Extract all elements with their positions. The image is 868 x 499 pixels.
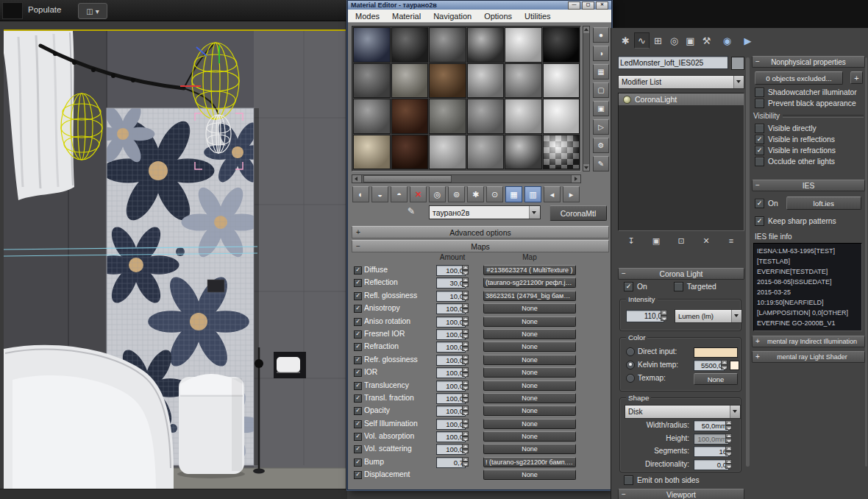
remove-modifier-button[interactable]: ✕ <box>699 234 714 247</box>
intensity-spinner[interactable] <box>661 310 667 321</box>
hscroll-thumb[interactable] <box>363 175 452 183</box>
exclude-objects-button[interactable]: 0 objects excluded... <box>755 71 843 85</box>
menu-options[interactable]: Options <box>484 12 512 21</box>
material-swatch[interactable] <box>391 135 429 170</box>
map-amount-spinner[interactable] <box>462 406 469 415</box>
map-amount-field[interactable]: 0,7 <box>436 457 466 468</box>
sample-tiling-button[interactable]: ▢ <box>593 82 609 98</box>
put-to-library-button[interactable]: ◒ <box>371 186 388 202</box>
map-amount-field[interactable]: 100,0 <box>436 431 466 442</box>
map-slot-button[interactable]: None <box>483 431 576 442</box>
material-swatch[interactable] <box>505 99 542 134</box>
map-amount-spinner-down[interactable] <box>462 449 469 454</box>
tab-modify[interactable]: ∿ <box>634 32 650 49</box>
map-amount-spinner[interactable] <box>462 381 469 390</box>
map-slot-button[interactable]: #2138623274 ( MultiTexture ) <box>483 265 576 275</box>
select-by-material-button[interactable]: ✎ <box>593 156 609 171</box>
material-swatch[interactable] <box>467 27 505 63</box>
material-swatch[interactable] <box>467 99 505 134</box>
window-close-button[interactable]: ✕ <box>596 1 608 10</box>
rollout-corona-light[interactable]: − Corona Light <box>618 268 744 280</box>
map-amount-spinner-down[interactable] <box>462 385 469 390</box>
map-amount-spinner-down[interactable] <box>462 461 469 467</box>
shape-spinner-down[interactable] <box>725 451 732 456</box>
light-on-checkbox[interactable]: ✓ <box>624 282 633 291</box>
reset-map-button[interactable]: ✕ <box>410 186 427 202</box>
modifier-list-dropdown[interactable]: Modifier List <box>618 75 744 89</box>
show-in-viewport-button[interactable]: ▦ <box>505 186 522 202</box>
intensity-unit-dropdown[interactable]: Lumen (lm) <box>675 309 742 323</box>
map-amount-spinner[interactable] <box>462 393 469 403</box>
material-editor-titlebar[interactable]: Material Editor - таурано2в ―▢✕ <box>348 1 611 10</box>
go-to-parent-button[interactable]: ◂ <box>544 186 561 202</box>
object-color-swatch[interactable] <box>731 57 744 70</box>
map-amount-spinner[interactable] <box>462 316 469 326</box>
map-amount-spinner-down[interactable] <box>462 295 469 300</box>
map-amount-field[interactable]: 100,0 <box>436 355 466 366</box>
map-amount-spinner-down[interactable] <box>462 359 469 364</box>
spin-up[interactable] <box>661 310 667 316</box>
rollout-maps[interactable]: − Maps <box>352 240 609 252</box>
map-enable-checkbox[interactable]: ✓ <box>354 445 362 453</box>
pick-material-icon[interactable]: ✎ <box>405 206 417 218</box>
map-amount-spinner[interactable] <box>462 457 469 467</box>
rollout-nonphysical-properties[interactable]: − Nonphysical properties <box>752 56 865 68</box>
map-amount-spinner[interactable] <box>462 431 469 441</box>
material-swatch[interactable] <box>543 135 580 170</box>
map-amount-spinner-down[interactable] <box>462 423 469 428</box>
material-swatch[interactable] <box>391 63 429 99</box>
map-amount-spinner[interactable] <box>462 329 469 339</box>
map-amount-spinner[interactable] <box>462 341 469 351</box>
kelvin-field[interactable]: 5500,0 <box>694 360 725 371</box>
map-slot-button[interactable]: None <box>483 393 576 403</box>
shape-value-field[interactable]: 100,0mm <box>694 433 729 445</box>
map-enable-checkbox[interactable]: ✓ <box>354 471 362 479</box>
material-swatch[interactable] <box>543 27 580 63</box>
make-unique-button[interactable]: ⊡ <box>674 234 689 247</box>
map-slot-button[interactable]: None <box>483 355 576 365</box>
map-amount-spinner-down[interactable] <box>462 270 469 275</box>
scroll-down-arrow[interactable] <box>583 164 589 171</box>
rollout-viewport[interactable]: − Viewport <box>618 489 744 499</box>
material-swatch[interactable] <box>467 135 505 170</box>
checkbox-visible-in-reflections[interactable]: ✓ <box>755 135 764 144</box>
direct-color-swatch[interactable] <box>694 347 738 358</box>
map-enable-checkbox[interactable]: ✓ <box>354 343 362 351</box>
map-amount-spinner-down[interactable] <box>462 308 469 314</box>
sample-slots-vscrollbar[interactable] <box>583 26 590 171</box>
sample-slots-hscrollbar[interactable] <box>352 174 581 183</box>
texmap-none-button[interactable]: None <box>694 373 738 385</box>
map-amount-field[interactable]: 100,0 <box>436 419 466 430</box>
material-swatch[interactable] <box>391 27 429 63</box>
material-swatch[interactable] <box>353 27 391 63</box>
map-enable-checkbox[interactable]: ✓ <box>354 420 362 428</box>
go-to-sibling-button[interactable]: ▸ <box>563 186 580 202</box>
map-amount-spinner[interactable] <box>462 291 469 300</box>
menu-modes[interactable]: Modes <box>355 12 380 21</box>
map-amount-spinner-down[interactable] <box>462 372 469 378</box>
toilet[interactable] <box>177 374 245 478</box>
map-enable-checkbox[interactable]: ✓ <box>354 459 362 467</box>
map-amount-spinner[interactable] <box>462 303 469 313</box>
assign-material-button[interactable]: ◓ <box>391 186 408 202</box>
spin-down[interactable] <box>661 316 667 322</box>
command-panel-scrollbar[interactable] <box>746 57 750 467</box>
shape-spinner-down[interactable] <box>725 438 732 443</box>
shape-type-dropdown[interactable]: Disk <box>625 405 741 419</box>
map-enable-checkbox[interactable]: ✓ <box>354 356 362 364</box>
radio-kelvin-temp[interactable] <box>626 361 635 369</box>
map-enable-checkbox[interactable]: ✓ <box>354 292 362 300</box>
map-slot-button[interactable]: None <box>483 406 576 416</box>
show-end-result-button[interactable]: ▥ <box>524 186 541 202</box>
scroll-right-arrow[interactable] <box>571 175 580 183</box>
modifier-stack[interactable]: CoronaLight <box>618 93 744 231</box>
map-enable-checkbox[interactable]: ✓ <box>354 330 362 339</box>
menu-navigation[interactable]: Navigation <box>433 12 472 21</box>
map-amount-field[interactable]: 100,0 <box>436 444 466 455</box>
material-swatch[interactable] <box>353 135 391 170</box>
keep-sharp-checkbox[interactable]: ✓ <box>755 216 764 226</box>
map-amount-field[interactable]: 100,0 <box>436 303 466 314</box>
map-amount-spinner-down[interactable] <box>462 411 469 416</box>
shape-spinner[interactable] <box>725 433 732 443</box>
map-amount-spinner-down[interactable] <box>462 283 469 288</box>
